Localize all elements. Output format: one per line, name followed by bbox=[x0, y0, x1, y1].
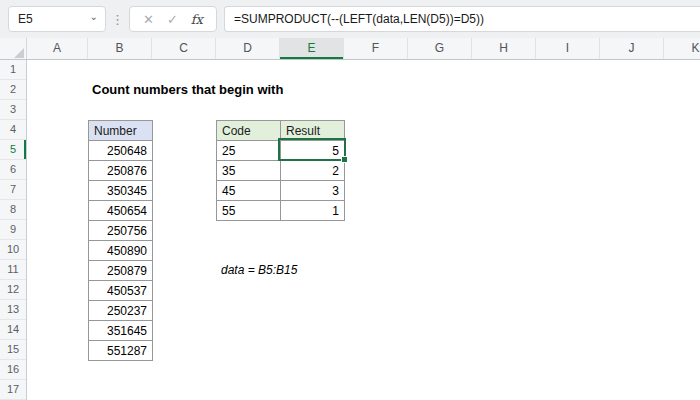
number-cell[interactable]: 250876 bbox=[89, 161, 153, 181]
formula-input[interactable]: =SUMPRODUCT(--(LEFT(data,LEN(D5))=D5)) bbox=[224, 6, 700, 32]
row-header-3[interactable]: 3 bbox=[0, 100, 26, 120]
column-header-E[interactable]: E bbox=[280, 38, 344, 60]
select-all-button[interactable] bbox=[0, 38, 27, 60]
row-headers: 1234567891011121314151617 bbox=[0, 60, 27, 400]
select-all-triangle-icon bbox=[14, 48, 24, 58]
insert-function-icon[interactable]: fx bbox=[191, 12, 203, 27]
number-cell[interactable]: 450890 bbox=[89, 241, 153, 261]
number-cell[interactable]: 450654 bbox=[89, 201, 153, 221]
result-cell[interactable]: 1 bbox=[281, 201, 345, 221]
row-header-17[interactable]: 17 bbox=[0, 380, 26, 400]
result-cell[interactable]: 3 bbox=[281, 181, 345, 201]
formula-text: =SUMPRODUCT(--(LEFT(data,LEN(D5))=D5)) bbox=[234, 12, 484, 26]
row-header-11[interactable]: 11 bbox=[0, 260, 26, 280]
number-cell[interactable]: 250756 bbox=[89, 221, 153, 241]
number-cell[interactable]: 551287 bbox=[89, 341, 153, 361]
column-header-B[interactable]: B bbox=[88, 38, 152, 60]
row-header-7[interactable]: 7 bbox=[0, 180, 26, 200]
row-header-9[interactable]: 9 bbox=[0, 220, 26, 240]
row-header-8[interactable]: 8 bbox=[0, 200, 26, 220]
row-header-1[interactable]: 1 bbox=[0, 60, 26, 80]
row-header-6[interactable]: 6 bbox=[0, 160, 26, 180]
cancel-icon[interactable]: ✕ bbox=[143, 12, 154, 27]
number-table: Number2506482508763503454506542507564508… bbox=[88, 120, 153, 361]
row-header-4[interactable]: 4 bbox=[0, 120, 26, 140]
number-cell[interactable]: 250648 bbox=[89, 141, 153, 161]
number-cell[interactable]: 350345 bbox=[89, 181, 153, 201]
cell-note[interactable]: data = B5:B15 bbox=[221, 260, 297, 280]
row-header-5[interactable]: 5 bbox=[0, 140, 26, 160]
column-header-J[interactable]: J bbox=[600, 38, 664, 60]
code-result-table: CodeResult255352453551 bbox=[216, 120, 345, 221]
column-headers: ABCDEFGHIJK bbox=[27, 38, 700, 59]
row-header-13[interactable]: 13 bbox=[0, 300, 26, 320]
column-header-I[interactable]: I bbox=[536, 38, 600, 60]
row-header-14[interactable]: 14 bbox=[0, 320, 26, 340]
column-header-H[interactable]: H bbox=[472, 38, 536, 60]
more-options-icon: ⋮ bbox=[106, 12, 129, 27]
column-header-F[interactable]: F bbox=[344, 38, 408, 60]
number-cell[interactable]: 351645 bbox=[89, 321, 153, 341]
row-header-12[interactable]: 12 bbox=[0, 280, 26, 300]
code-cell[interactable]: 25 bbox=[217, 141, 281, 161]
result-cell[interactable]: 5 bbox=[281, 141, 345, 161]
column-header-D[interactable]: D bbox=[216, 38, 280, 60]
cell-title[interactable]: Count numbers that begin with bbox=[92, 80, 283, 100]
number-header-cell[interactable]: Number bbox=[89, 121, 153, 141]
row-header-2[interactable]: 2 bbox=[0, 80, 26, 100]
formula-buttons: ✕ ✓ fx bbox=[129, 6, 217, 32]
number-cell[interactable]: 450537 bbox=[89, 281, 153, 301]
chevron-down-icon[interactable]: ⌄ bbox=[90, 12, 98, 22]
name-box-value: E5 bbox=[18, 12, 33, 26]
code-cell[interactable]: 45 bbox=[217, 181, 281, 201]
code-cell[interactable]: 55 bbox=[217, 201, 281, 221]
number-cell[interactable]: 250879 bbox=[89, 261, 153, 281]
column-header-A[interactable]: A bbox=[27, 38, 88, 60]
row-header-16[interactable]: 16 bbox=[0, 360, 26, 380]
column-header-C[interactable]: C bbox=[152, 38, 216, 60]
formula-bar: E5 ⌄ ⋮ ✕ ✓ fx =SUMPRODUCT(--(LEFT(data,L… bbox=[0, 0, 700, 38]
column-header-K[interactable]: K bbox=[664, 38, 700, 60]
result-cell[interactable]: 2 bbox=[281, 161, 345, 181]
result-header-cell[interactable]: Result bbox=[281, 121, 345, 141]
column-header-G[interactable]: G bbox=[408, 38, 472, 60]
column-header-row: ABCDEFGHIJK bbox=[0, 38, 700, 60]
row-header-10[interactable]: 10 bbox=[0, 240, 26, 260]
row-header-15[interactable]: 15 bbox=[0, 340, 26, 360]
fill-handle[interactable] bbox=[341, 156, 348, 163]
code-cell[interactable]: 35 bbox=[217, 161, 281, 181]
name-box[interactable]: E5 ⌄ bbox=[8, 6, 106, 32]
number-cell[interactable]: 250237 bbox=[89, 301, 153, 321]
enter-icon[interactable]: ✓ bbox=[167, 12, 178, 27]
code-header-cell[interactable]: Code bbox=[217, 121, 281, 141]
sheet-grid: 1234567891011121314151617 Count numbers … bbox=[0, 60, 700, 400]
